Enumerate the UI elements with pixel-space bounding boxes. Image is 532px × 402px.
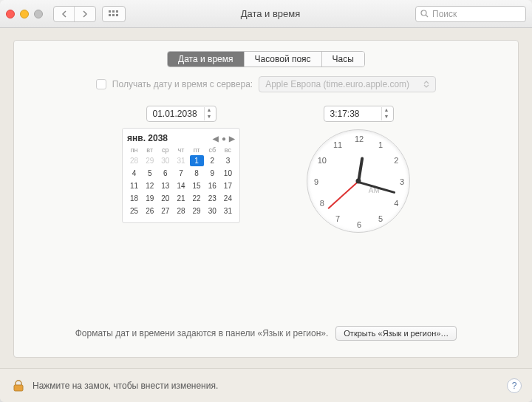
back-button[interactable]: [54, 7, 75, 21]
date-value: 01.01.2038: [153, 109, 197, 119]
calendar-day[interactable]: 19: [143, 193, 157, 204]
cal-prev-icon: ◀: [213, 134, 219, 143]
calendar-day[interactable]: 31: [174, 155, 188, 166]
clock-number: 7: [335, 214, 340, 223]
calendar-day[interactable]: 11: [127, 180, 141, 191]
calendar[interactable]: янв. 2038 ◀●▶ пнвтсрчтптсбвс282930311234…: [122, 128, 240, 223]
calendar-day[interactable]: 17: [221, 180, 235, 191]
svg-line-7: [426, 15, 428, 17]
help-button[interactable]: ?: [507, 378, 522, 393]
clock-number: 4: [394, 199, 398, 208]
calendar-day[interactable]: 21: [174, 193, 188, 204]
chevron-updown-icon: [423, 81, 429, 88]
svg-rect-0: [109, 10, 111, 13]
calendar-day[interactable]: 30: [158, 155, 172, 166]
time-value: 3:17:38: [330, 109, 360, 119]
time-column: 3:17:38 ▲▼ AM 123456789101112: [307, 106, 410, 233]
calendar-day[interactable]: 9: [205, 168, 219, 179]
calendar-day[interactable]: 29: [143, 155, 157, 166]
tab-clock[interactable]: Часы: [322, 52, 364, 67]
auto-time-label: Получать дату и время с сервера:: [112, 79, 253, 89]
calendar-day[interactable]: 28: [174, 205, 188, 217]
calendar-day[interactable]: 26: [143, 205, 157, 217]
calendar-day[interactable]: 31: [221, 205, 235, 217]
search-input[interactable]: Поиск: [415, 6, 526, 22]
date-stepper[interactable]: ▲▼: [204, 107, 214, 120]
second-hand: [328, 181, 359, 209]
calendar-day[interactable]: 5: [143, 168, 157, 179]
show-all-button[interactable]: [102, 6, 126, 22]
calendar-day[interactable]: 18: [127, 193, 141, 204]
server-row: Получать дату и время с сервера: Apple Е…: [14, 76, 518, 92]
calendar-day[interactable]: 3: [221, 155, 235, 166]
tab-group: Дата и время Часовой пояс Часы: [167, 51, 365, 67]
open-language-region-button[interactable]: Открыть «Язык и регион»…: [335, 326, 457, 341]
formats-text: Форматы дат и времени задаются в панели …: [75, 328, 329, 338]
calendar-dow: ср: [158, 146, 172, 154]
clock-number: 3: [400, 177, 404, 186]
svg-rect-5: [116, 14, 118, 16]
svg-rect-2: [116, 10, 118, 13]
titlebar: Дата и время Поиск: [0, 0, 532, 28]
auto-time-checkbox[interactable]: [96, 79, 106, 89]
calendar-dow: пт: [190, 146, 204, 154]
calendar-day[interactable]: 16: [205, 180, 219, 191]
svg-rect-1: [112, 10, 115, 13]
date-column: 01.01.2038 ▲▼ янв. 2038 ◀●▶ пнвтсрчтптсб…: [122, 106, 240, 233]
forward-button[interactable]: [75, 7, 95, 21]
formats-row: Форматы дат и времени задаются в панели …: [14, 326, 518, 341]
calendar-nav[interactable]: ◀●▶: [213, 134, 235, 143]
clock-number: 10: [318, 156, 327, 165]
calendar-day[interactable]: 12: [143, 180, 157, 191]
calendar-day[interactable]: 13: [158, 180, 172, 191]
date-field[interactable]: 01.01.2038 ▲▼: [146, 106, 216, 122]
calendar-day[interactable]: 29: [190, 205, 204, 217]
close-icon[interactable]: [6, 10, 15, 18]
calendar-month-label: янв. 2038: [127, 133, 168, 143]
search-icon: [420, 10, 429, 18]
svg-rect-8: [14, 385, 23, 391]
time-stepper[interactable]: ▲▼: [381, 107, 392, 120]
calendar-day[interactable]: 24: [221, 193, 235, 204]
traffic-lights: [6, 10, 43, 18]
lock-icon: [12, 379, 25, 392]
lock-button[interactable]: [12, 379, 25, 392]
cal-today-icon: ●: [222, 134, 226, 143]
calendar-day[interactable]: 27: [158, 205, 172, 217]
analog-clock: AM 123456789101112: [307, 129, 410, 233]
svg-point-6: [421, 10, 426, 16]
calendar-day[interactable]: 2: [205, 155, 219, 166]
calendar-dow: вт: [143, 146, 157, 154]
calendar-day[interactable]: 8: [190, 168, 204, 179]
calendar-day[interactable]: 10: [221, 168, 235, 179]
nav-buttons: [53, 6, 96, 22]
calendar-day[interactable]: 20: [158, 193, 172, 204]
calendar-day[interactable]: 30: [205, 205, 219, 217]
calendar-dow: вс: [221, 146, 235, 154]
clock-number: 12: [355, 134, 364, 143]
svg-rect-4: [112, 14, 115, 16]
tab-date-time[interactable]: Дата и время: [168, 52, 244, 67]
calendar-day[interactable]: 15: [190, 180, 204, 191]
calendar-day[interactable]: 6: [158, 168, 172, 179]
calendar-day[interactable]: 23: [205, 193, 219, 204]
prefs-window: Дата и время Поиск Дата и время Часовой …: [0, 0, 532, 402]
cal-next-icon: ▶: [229, 134, 235, 143]
time-field[interactable]: 3:17:38 ▲▼: [324, 106, 394, 122]
calendar-day[interactable]: 1: [190, 155, 204, 166]
tab-timezone[interactable]: Часовой пояс: [245, 52, 322, 67]
clock-number: 2: [394, 156, 398, 165]
time-server-value: Apple Европа (time.euro.apple.com): [265, 79, 409, 89]
search-placeholder: Поиск: [432, 9, 457, 19]
zoom-icon: [34, 10, 43, 18]
calendar-day[interactable]: 4: [127, 168, 141, 179]
calendar-day[interactable]: 7: [174, 168, 188, 179]
calendar-day[interactable]: 22: [190, 193, 204, 204]
calendar-day[interactable]: 14: [174, 180, 188, 191]
calendar-day[interactable]: 28: [127, 155, 141, 166]
content-panel: Дата и время Часовой пояс Часы Получать …: [13, 40, 519, 358]
clock-number: 9: [314, 177, 318, 186]
clock-number: 11: [333, 140, 342, 149]
calendar-day[interactable]: 25: [127, 205, 141, 217]
minimize-icon[interactable]: [20, 10, 29, 18]
